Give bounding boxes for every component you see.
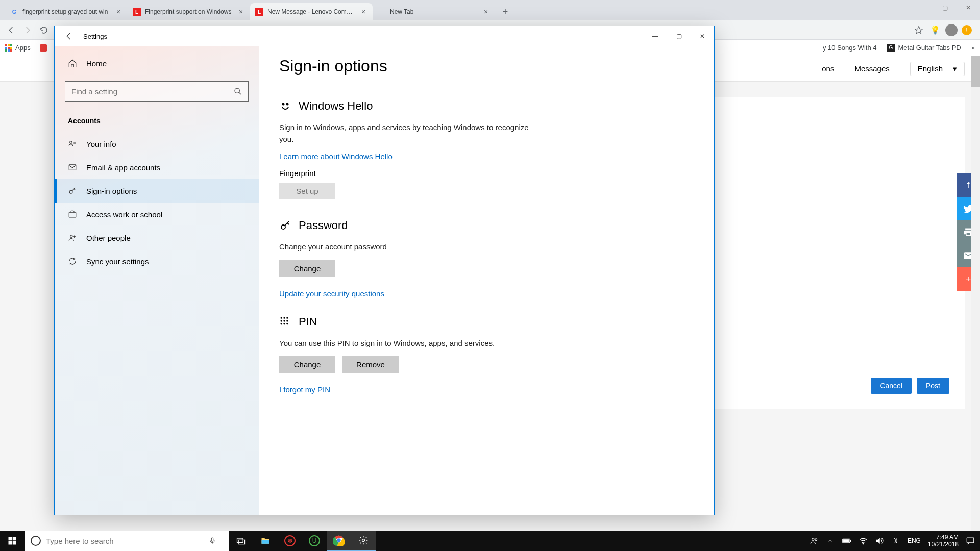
cancel-button[interactable]: Cancel [871, 378, 912, 394]
star-icon[interactable] [913, 24, 925, 36]
sidebar-item-your-info[interactable]: Your info [55, 132, 259, 156]
minimize-icon[interactable]: — [644, 26, 667, 46]
reload-icon[interactable] [37, 23, 51, 37]
overflow-icon[interactable]: » [971, 44, 975, 52]
close-icon[interactable]: ✕ [691, 26, 714, 46]
action-center-icon[interactable] [966, 536, 975, 545]
maximize-icon[interactable]: ▢ [667, 26, 691, 46]
page-scrollbar[interactable] [971, 56, 980, 536]
app-icon[interactable]: ✽ [278, 531, 302, 551]
sidebar-home-label: Home [86, 59, 107, 68]
close-icon[interactable]: ✕ [957, 0, 980, 15]
clock[interactable]: 7:49 AM 10/21/2018 [928, 534, 959, 548]
keypad-icon [279, 316, 291, 328]
people-icon[interactable] [810, 536, 819, 545]
setup-fingerprint-button[interactable]: Set up [279, 183, 335, 199]
change-pin-button[interactable]: Change [279, 356, 335, 373]
file-explorer-icon[interactable] [253, 531, 278, 551]
svg-point-9 [281, 317, 282, 318]
change-password-button[interactable]: Change [279, 260, 335, 277]
apps-label: Apps [15, 44, 31, 52]
section-pin: PIN You can use this PIN to sign in to W… [279, 315, 694, 403]
sidebar-item-email-accounts[interactable]: Email & app accounts [55, 156, 259, 179]
svg-point-26 [337, 538, 340, 542]
svg-point-0 [235, 88, 239, 93]
back-icon[interactable] [62, 29, 76, 43]
sidebar-item-label: Email & app accounts [86, 163, 160, 172]
settings-taskbar-icon[interactable] [351, 531, 376, 551]
wifi-icon[interactable] [859, 536, 868, 545]
scrollbar-thumb[interactable] [971, 56, 980, 87]
svg-point-12 [281, 320, 282, 321]
forgot-pin-link[interactable]: I forgot my PIN [279, 385, 330, 394]
maximize-icon[interactable]: ▢ [933, 0, 957, 15]
settings-search[interactable] [65, 81, 249, 102]
dolby-icon[interactable] [891, 536, 900, 545]
taskbar-search[interactable] [24, 531, 229, 551]
app-icon[interactable]: U [302, 531, 327, 551]
nav-link[interactable]: ons [822, 64, 834, 73]
svg-rect-34 [967, 538, 974, 543]
svg-rect-21 [13, 541, 16, 545]
bookmark-icon[interactable] [40, 44, 47, 52]
sidebar-item-sync[interactable]: Sync your settings [55, 249, 259, 273]
chevron-up-icon[interactable] [826, 536, 835, 545]
post-button[interactable]: Post [917, 378, 949, 394]
profile-avatar-icon[interactable] [945, 24, 958, 36]
new-tab-button[interactable]: + [498, 5, 512, 19]
blank-favicon-icon [378, 8, 386, 16]
sidebar-group-title: Accounts [55, 112, 259, 132]
sidebar-item-sign-in-options[interactable]: Sign-in options [55, 179, 259, 203]
section-description: Change your account password [279, 241, 545, 253]
svg-point-6 [283, 104, 284, 105]
update-security-questions-link[interactable]: Update your security questions [279, 289, 384, 298]
svg-point-13 [283, 320, 285, 321]
alert-badge-icon[interactable]: ! [962, 25, 972, 35]
volume-icon[interactable] [875, 536, 884, 545]
svg-point-7 [287, 104, 288, 105]
sidebar-item-other-people[interactable]: Other people [55, 226, 259, 249]
minimize-icon[interactable]: — [910, 0, 933, 15]
chrome-tab[interactable]: G fingerprint setup grayed out win × [5, 3, 128, 20]
sidebar-item-label: Access work or school [86, 210, 162, 219]
settings-title: Settings [83, 33, 107, 40]
nav-link[interactable]: Messages [854, 64, 889, 73]
close-icon[interactable]: × [237, 8, 245, 16]
forward-icon[interactable] [20, 23, 35, 37]
language-select[interactable]: English ▾ [910, 62, 965, 76]
remove-pin-button[interactable]: Remove [342, 356, 399, 373]
bookmark-link[interactable]: y 10 Songs With 4 [823, 44, 877, 52]
tab-title: Fingerprint support on Windows [145, 8, 233, 15]
section-description: You can use this PIN to sign in to Windo… [279, 338, 545, 349]
microphone-icon[interactable] [202, 536, 223, 545]
task-view-icon[interactable] [229, 531, 253, 551]
chrome-taskbar-icon[interactable] [327, 531, 351, 551]
close-icon[interactable]: × [359, 8, 368, 16]
chrome-tab[interactable]: L Fingerprint support on Windows × [128, 3, 250, 20]
chrome-tab[interactable]: New Tab × [373, 3, 495, 20]
language-indicator[interactable]: ENG [908, 537, 921, 544]
battery-icon[interactable] [842, 536, 851, 545]
bulb-icon[interactable]: 💡 [929, 24, 941, 36]
svg-rect-19 [13, 537, 16, 541]
settings-search-input[interactable] [71, 87, 234, 96]
sidebar-home[interactable]: Home [55, 52, 259, 75]
apps-button[interactable]: Apps [5, 44, 31, 52]
taskbar: ✽ U ENG 7:49 AM [0, 531, 980, 551]
tab-title: fingerprint setup grayed out win [22, 8, 110, 15]
back-icon[interactable] [4, 23, 18, 37]
sidebar-item-label: Other people [86, 234, 131, 242]
briefcase-icon [68, 210, 77, 219]
svg-rect-31 [850, 540, 851, 542]
taskbar-search-input[interactable] [46, 537, 197, 545]
learn-more-link[interactable]: Learn more about Windows Hello [279, 152, 393, 161]
close-icon[interactable]: × [482, 8, 490, 16]
sidebar-item-label: Sync your settings [86, 257, 149, 266]
start-button[interactable] [0, 531, 24, 551]
bookmark-link[interactable]: G Metal Guitar Tabs PD [887, 44, 961, 52]
close-icon[interactable]: × [114, 8, 122, 16]
chrome-tab-active[interactable]: L New Message - Lenovo Commun × [250, 3, 373, 20]
chevron-down-icon: ▾ [953, 64, 957, 73]
smile-icon [279, 100, 291, 112]
sidebar-item-access-work[interactable]: Access work or school [55, 203, 259, 226]
